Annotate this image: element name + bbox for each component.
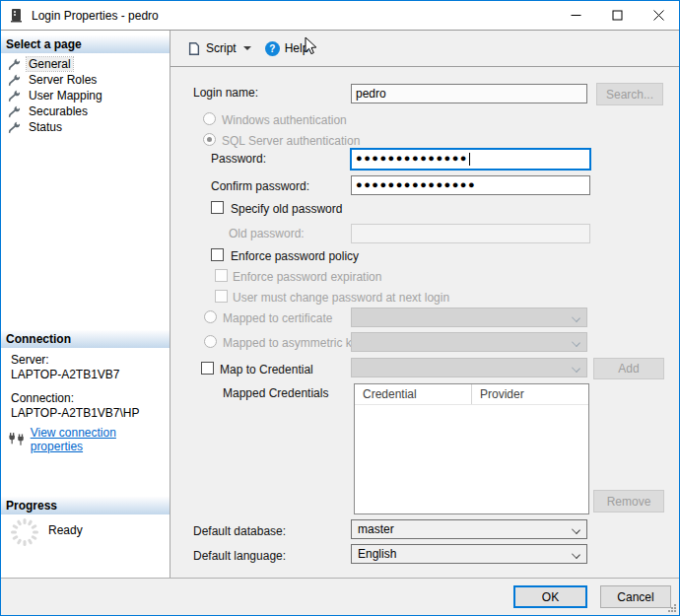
- titlebar[interactable]: Login Properties - pedro: [1, 1, 679, 31]
- enforce-password-expiration-checkbox: [215, 269, 228, 282]
- must-change-password-label: User must change password at next login: [233, 291, 449, 305]
- map-to-credential-label: Map to Credential: [220, 363, 313, 376]
- mapped-to-certificate-radio: [204, 310, 217, 323]
- mapped-to-asymmetric-key-label: Mapped to asymmetric key: [223, 336, 364, 350]
- script-label: Script: [206, 41, 237, 55]
- server-value: LAPTOP-A2TB1VB7: [11, 368, 120, 381]
- password-label: Password:: [211, 152, 266, 166]
- chevron-down-icon: [572, 364, 580, 373]
- asymmetric-key-dropdown: [351, 332, 587, 352]
- sidebar-item-securables[interactable]: Securables: [1, 103, 170, 119]
- sidebar-item-label: User Mapping: [27, 89, 104, 103]
- login-properties-icon: [10, 8, 24, 23]
- main-panel: Script ? Help Login name: pedro Search..…: [170, 31, 679, 615]
- confirm-password-input[interactable]: ●●●●●●●●●●●●●●●: [351, 175, 590, 195]
- default-language-dropdown[interactable]: English: [351, 544, 587, 564]
- view-connection-properties-link[interactable]: View connection properties: [31, 426, 170, 453]
- sidebar-item-general[interactable]: General: [1, 56, 170, 72]
- wrench-icon: [8, 105, 21, 118]
- sidebar-item-user-mapping[interactable]: User Mapping: [1, 88, 170, 103]
- chevron-down-icon: [572, 550, 580, 559]
- password-input[interactable]: ●●●●●●●●●●●●●●: [351, 149, 590, 170]
- window-title: Login Properties - pedro: [32, 9, 159, 23]
- footer-divider: [1, 578, 679, 579]
- certificate-dropdown: [351, 308, 587, 327]
- window-controls: [555, 1, 679, 30]
- connection-value: LAPTOP-A2TB1VB7\HP: [11, 406, 140, 420]
- confirm-password-masked-value: ●●●●●●●●●●●●●●●: [356, 179, 476, 190]
- mapped-credentials-label: Mapped Credentials: [223, 386, 328, 400]
- mouse-cursor-icon: [305, 36, 317, 55]
- password-masked-value: ●●●●●●●●●●●●●●: [356, 153, 468, 164]
- maximize-icon: [612, 10, 623, 21]
- ok-button[interactable]: OK: [513, 585, 587, 608]
- old-password-label: Old password:: [229, 227, 305, 240]
- mapped-credentials-table[interactable]: Credential Provider: [354, 383, 589, 514]
- confirm-password-label: Confirm password:: [211, 179, 309, 193]
- sql-authentication-label: SQL Server authentication: [222, 134, 360, 148]
- progress-header: Progress: [1, 497, 170, 514]
- mapped-to-certificate-label: Mapped to certificate: [223, 311, 332, 325]
- column-header-credential[interactable]: Credential: [355, 384, 472, 404]
- default-database-dropdown[interactable]: master: [351, 519, 587, 539]
- sidebar: Select a page General Server Roles User …: [1, 31, 170, 578]
- search-button[interactable]: Search...: [596, 83, 663, 105]
- connection-properties-icon: [9, 433, 26, 446]
- mapped-to-asymmetric-key-radio: [204, 335, 217, 348]
- enforce-password-policy-checkbox[interactable]: [211, 248, 224, 261]
- specify-old-password-label: Specify old password: [231, 202, 342, 216]
- resize-grip[interactable]: [666, 602, 677, 613]
- must-change-password-checkbox: [215, 290, 228, 303]
- default-language-value: English: [358, 547, 396, 561]
- sql-authentication-radio[interactable]: [203, 133, 216, 146]
- wrench-icon: [8, 121, 21, 134]
- progress-spinner-icon: [10, 517, 39, 547]
- map-to-credential-checkbox[interactable]: [201, 362, 214, 375]
- dialog-body: Select a page General Server Roles User …: [1, 31, 679, 615]
- toolbar: Script ? Help: [170, 31, 679, 67]
- default-database-label: Default database:: [193, 524, 286, 538]
- script-icon: [187, 41, 201, 56]
- enforce-password-policy-label: Enforce password policy: [231, 249, 359, 263]
- script-button[interactable]: Script: [182, 38, 256, 59]
- credential-dropdown: [351, 358, 587, 377]
- select-a-page-header: Select a page: [1, 35, 170, 53]
- progress-status: Ready: [48, 523, 83, 537]
- sidebar-item-label: General: [27, 57, 73, 71]
- default-language-label: Default language:: [193, 549, 286, 563]
- add-button[interactable]: Add: [593, 358, 664, 379]
- remove-button[interactable]: Remove: [593, 490, 664, 513]
- wrench-icon: [8, 90, 21, 103]
- enforce-password-expiration-label: Enforce password expiration: [233, 270, 381, 284]
- text-caret: [469, 153, 470, 166]
- sidebar-item-label: Status: [27, 120, 64, 134]
- login-name-label: Login name:: [193, 86, 258, 100]
- server-label: Server:: [11, 353, 49, 367]
- close-icon: [653, 10, 664, 21]
- help-icon: ?: [265, 41, 280, 56]
- default-database-value: master: [358, 522, 394, 536]
- connection-header: Connection: [1, 330, 170, 348]
- login-properties-window: Login Properties - pedro Select a page G…: [0, 0, 680, 616]
- minimize-button[interactable]: [555, 1, 596, 30]
- login-name-value: pedro: [356, 87, 386, 101]
- view-connection-properties[interactable]: View connection properties: [9, 426, 170, 453]
- script-dropdown-icon[interactable]: [243, 46, 251, 50]
- column-header-provider[interactable]: Provider: [472, 384, 524, 404]
- sidebar-item-status[interactable]: Status: [1, 119, 170, 135]
- cancel-button[interactable]: Cancel: [600, 585, 671, 608]
- windows-authentication-radio[interactable]: [203, 112, 216, 125]
- specify-old-password-checkbox[interactable]: [211, 201, 224, 214]
- sidebar-item-server-roles[interactable]: Server Roles: [1, 72, 170, 88]
- chevron-down-icon: [572, 525, 580, 534]
- sidebar-item-label: Server Roles: [27, 73, 99, 87]
- connection-label: Connection:: [11, 391, 74, 405]
- sidebar-item-label: Securables: [27, 104, 90, 118]
- windows-authentication-label: Windows authentication: [222, 113, 347, 127]
- old-password-input: [351, 224, 590, 243]
- maximize-button[interactable]: [596, 1, 638, 30]
- login-name-input[interactable]: pedro: [351, 84, 587, 103]
- close-button[interactable]: [638, 1, 679, 30]
- wrench-icon: [8, 74, 21, 87]
- chevron-down-icon: [572, 313, 580, 322]
